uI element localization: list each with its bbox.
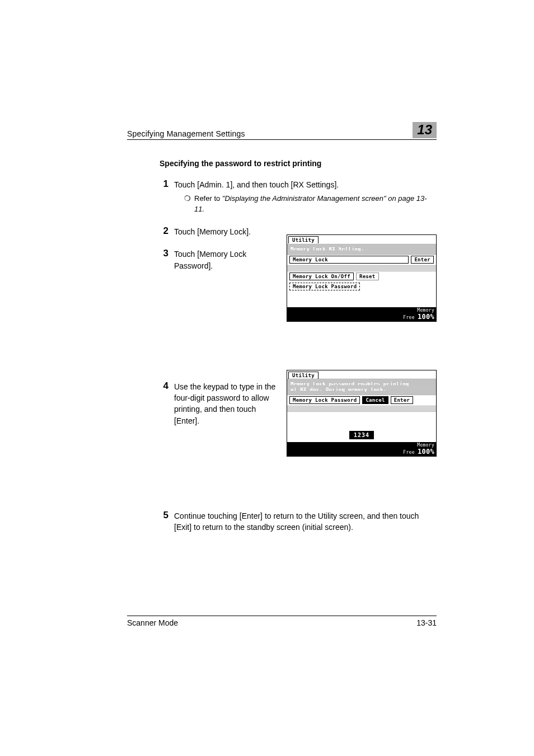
chapter-number: 13 <box>413 122 437 138</box>
footer-page-number: 13-31 <box>416 618 437 627</box>
enter-button: Enter <box>391 396 414 404</box>
step-number: 1 <box>160 179 174 215</box>
sub-prefix: Refer to <box>194 194 222 203</box>
sub-ref: "Displaying the Administrator Management… <box>194 194 427 213</box>
device-screenshot-2: Utility Memory Lock password enables pri… <box>287 370 437 457</box>
step-number: 2 <box>160 226 174 237</box>
memory-lock-onoff-chip: Memory Lock On/Off <box>289 273 354 280</box>
memory-lock-password-chip: Memory Lock Password <box>289 396 360 404</box>
header-title: Specifying Management Settings <box>127 129 245 138</box>
utility-tab: Utility <box>288 372 318 379</box>
enter-button: Enter <box>411 256 434 264</box>
screen-title: Memory Lock RX Setting. <box>291 246 364 252</box>
memory-free-value: 100% <box>418 448 434 456</box>
footer-left: Scanner Mode <box>127 618 178 627</box>
memory-lock-password-chip: Memory Lock Password <box>289 283 360 290</box>
memory-free-value: 100% <box>418 313 434 321</box>
page-footer: Scanner Mode 13-31 <box>127 616 437 627</box>
bullet-icon: ❍ <box>184 194 194 215</box>
memory-lock-chip: Memory Lock <box>289 256 409 264</box>
step-text: Continue touching [Enter] to return to t… <box>174 510 437 533</box>
step-sub: ❍ Refer to "Displaying the Administrator… <box>184 194 437 215</box>
step-text: Use the keypad to type in the four-digit… <box>174 381 279 426</box>
step-1: 1 Touch [Admin. 1], and then touch [RX S… <box>160 179 437 215</box>
password-display: 1234 <box>349 431 374 439</box>
screen-msg-line1: Memory Lock password enables printing <box>291 381 433 387</box>
step-5: 5 Continue touching [Enter] to return to… <box>160 510 437 533</box>
section-heading: Specifying the password to restrict prin… <box>160 159 437 168</box>
cancel-button: Cancel <box>362 396 388 404</box>
device-screenshot-1: Utility Memory Lock RX Setting. Memory L… <box>287 234 437 322</box>
step-text: Touch [Admin. 1], and then touch [RX Set… <box>174 179 437 190</box>
step-number: 5 <box>160 510 174 533</box>
screen-msg-line2: of RX doc. During memory lock. <box>291 387 433 392</box>
step-number: 4 <box>160 381 174 426</box>
step-number: 3 <box>160 248 174 271</box>
step-text: Touch [Memory Lock Password]. <box>174 248 279 271</box>
utility-tab: Utility <box>288 236 318 243</box>
page-header: Specifying Management Settings 13 <box>127 122 437 140</box>
reset-button: Reset <box>356 273 379 280</box>
